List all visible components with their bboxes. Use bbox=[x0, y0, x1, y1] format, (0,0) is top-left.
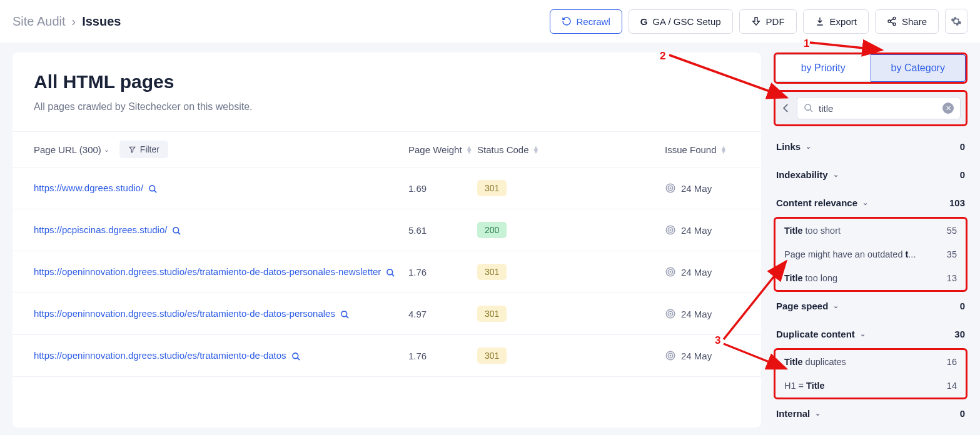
search-input[interactable] bbox=[819, 103, 937, 114]
chevron-down-icon: ⌄ bbox=[833, 171, 839, 179]
inspect-icon[interactable] bbox=[172, 224, 181, 236]
target-icon bbox=[665, 350, 676, 361]
category-duplicate-content[interactable]: Duplicate content ⌄30 bbox=[774, 320, 967, 348]
issue-found: 24 May bbox=[665, 182, 712, 194]
issue-found: 24 May bbox=[665, 350, 712, 361]
page-subtitle: All pages crawled by Sitechecker on this… bbox=[34, 101, 740, 112]
status-badge: 200 bbox=[477, 222, 507, 238]
inspect-icon[interactable] bbox=[340, 308, 350, 319]
svg-point-15 bbox=[341, 311, 347, 317]
svg-point-14 bbox=[670, 271, 671, 272]
refresh-icon bbox=[562, 16, 572, 26]
svg-point-6 bbox=[670, 188, 671, 189]
col-status-label[interactable]: Status Code bbox=[477, 144, 529, 155]
google-icon: G bbox=[640, 16, 648, 27]
target-icon bbox=[665, 224, 676, 236]
breadcrumb-parent[interactable]: Site Audit bbox=[13, 14, 66, 29]
page-url-link[interactable]: https://www.dgrees.studio/ bbox=[34, 181, 143, 196]
svg-point-19 bbox=[292, 353, 298, 359]
share-button[interactable]: Share bbox=[875, 9, 939, 34]
table-row: https://openinnovation.dgrees.studio/es/… bbox=[13, 293, 761, 335]
breadcrumb-current: Issues bbox=[82, 14, 121, 29]
svg-point-10 bbox=[670, 229, 671, 231]
svg-point-11 bbox=[387, 269, 393, 275]
category-internal[interactable]: Internal ⌄0 bbox=[774, 399, 967, 428]
page-weight: 1.76 bbox=[408, 351, 477, 361]
search-icon bbox=[804, 103, 814, 113]
chevron-right-icon: › bbox=[72, 14, 76, 29]
category-content-relevance[interactable]: Content relevance ⌄103 bbox=[774, 189, 967, 217]
export-button[interactable]: Export bbox=[803, 9, 869, 34]
sort-icon[interactable]: ▲▼ bbox=[466, 146, 473, 153]
svg-point-22 bbox=[670, 355, 671, 356]
page-url-link[interactable]: https://openinnovation.dgrees.studio/es/… bbox=[34, 264, 381, 279]
target-icon bbox=[665, 182, 676, 194]
issue-found: 24 May bbox=[665, 308, 712, 319]
svg-point-0 bbox=[893, 17, 896, 19]
table-row: https://openinnovation.dgrees.studio/es/… bbox=[13, 335, 761, 377]
download-icon bbox=[815, 16, 825, 26]
issue-found: 24 May bbox=[665, 266, 712, 278]
issue-item[interactable]: Title too short55 bbox=[775, 219, 966, 242]
table-row: https://pcpiscinas.dgrees.studio/ 5.61 2… bbox=[13, 209, 761, 251]
issue-item[interactable]: Page might have an outdated t...35 bbox=[775, 242, 966, 266]
chevron-down-icon: ⌄ bbox=[104, 146, 109, 154]
sort-icon[interactable]: ▲▼ bbox=[720, 146, 727, 153]
issue-item[interactable]: H1 = Title14 bbox=[775, 374, 966, 398]
share-icon bbox=[887, 16, 897, 26]
col-weight-label[interactable]: Page Weight bbox=[408, 144, 462, 155]
chevron-down-icon: ⌄ bbox=[833, 302, 839, 310]
filter-button[interactable]: Filter bbox=[119, 141, 168, 158]
settings-button[interactable] bbox=[945, 9, 967, 34]
status-badge: 301 bbox=[477, 264, 507, 280]
issue-item[interactable]: Title duplicates16 bbox=[775, 350, 966, 374]
recrawl-button[interactable]: Recrawl bbox=[550, 9, 622, 34]
table-row: https://www.dgrees.studio/ 1.69 301 24 M… bbox=[13, 168, 761, 209]
category-items: Title too short55Page might have an outd… bbox=[774, 217, 967, 292]
pdf-icon bbox=[751, 16, 761, 26]
category-indexability[interactable]: Indexability ⌄0 bbox=[774, 161, 967, 189]
page-weight: 5.61 bbox=[408, 225, 477, 236]
category-page-speed[interactable]: Page speed ⌄0 bbox=[774, 292, 967, 320]
breadcrumb: Site Audit › Issues bbox=[13, 14, 121, 29]
target-icon bbox=[665, 308, 676, 319]
issue-found: 24 May bbox=[665, 224, 712, 236]
svg-point-3 bbox=[149, 186, 155, 191]
pdf-button[interactable]: PDF bbox=[739, 9, 797, 34]
table-header: Page URL (300) ⌄ Filter Page Weight ▲▼ S… bbox=[13, 131, 761, 168]
ga-gsc-setup-button[interactable]: G GA / GSC Setup bbox=[629, 9, 733, 34]
clear-search-button[interactable]: ✕ bbox=[942, 102, 954, 114]
table-row: https://openinnovation.dgrees.studio/es/… bbox=[13, 251, 761, 293]
svg-point-2 bbox=[893, 23, 896, 26]
status-badge: 301 bbox=[477, 180, 507, 196]
status-badge: 301 bbox=[477, 306, 507, 322]
chevron-down-icon: ⌄ bbox=[862, 199, 868, 207]
issue-item[interactable]: Title too long13 bbox=[775, 266, 966, 290]
svg-point-23 bbox=[805, 104, 811, 110]
back-button[interactable] bbox=[780, 101, 792, 116]
inspect-icon[interactable] bbox=[386, 266, 395, 278]
inspect-icon[interactable] bbox=[148, 182, 158, 194]
sort-icon[interactable]: ▲▼ bbox=[533, 146, 540, 153]
tab-by-category[interactable]: by Category bbox=[871, 54, 966, 82]
page-url-link[interactable]: https://pcpiscinas.dgrees.studio/ bbox=[34, 222, 167, 238]
target-icon bbox=[665, 266, 676, 278]
page-url-link[interactable]: https://openinnovation.dgrees.studio/es/… bbox=[34, 306, 335, 321]
tab-by-priority[interactable]: by Priority bbox=[775, 54, 871, 82]
category-links[interactable]: Links ⌄0 bbox=[774, 132, 967, 161]
page-weight: 4.97 bbox=[408, 309, 477, 319]
arrow-left-icon bbox=[780, 102, 792, 114]
col-issue-label[interactable]: Issue Found bbox=[665, 144, 717, 155]
sidebar-tabs: by Priority by Category bbox=[774, 52, 967, 84]
filter-icon bbox=[128, 146, 136, 154]
col-url-label[interactable]: Page URL (300) bbox=[34, 144, 101, 155]
chevron-down-icon: ⌄ bbox=[860, 330, 866, 338]
svg-point-18 bbox=[670, 313, 671, 314]
page-weight: 1.69 bbox=[408, 183, 477, 194]
page-weight: 1.76 bbox=[408, 267, 477, 278]
page-url-link[interactable]: https://openinnovation.dgrees.studio/es/… bbox=[34, 348, 286, 363]
category-items: Title duplicates16H1 = Title14 bbox=[774, 348, 967, 399]
chevron-down-icon: ⌄ bbox=[806, 142, 811, 151]
inspect-icon[interactable] bbox=[291, 350, 301, 361]
page-title: All HTML pages bbox=[34, 71, 740, 92]
